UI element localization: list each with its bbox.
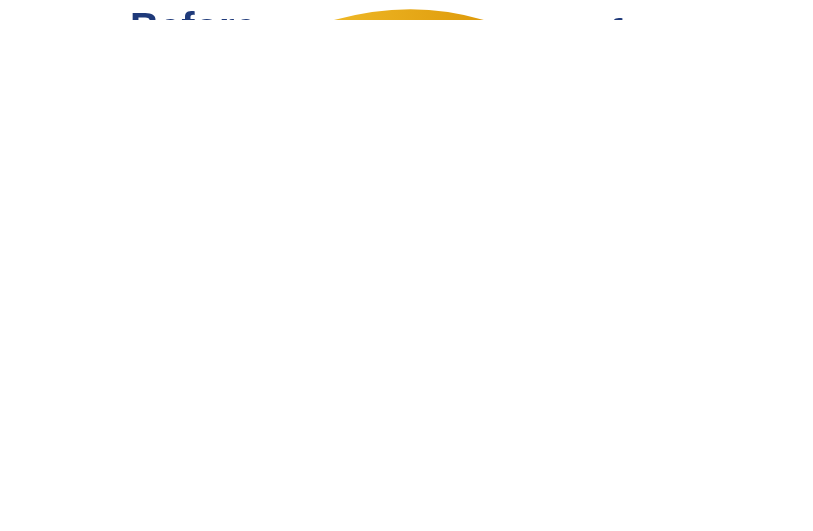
before-heading: Before bbox=[130, 5, 257, 20]
arrow-icon bbox=[270, 0, 590, 20]
after-heading: After bbox=[580, 12, 673, 20]
